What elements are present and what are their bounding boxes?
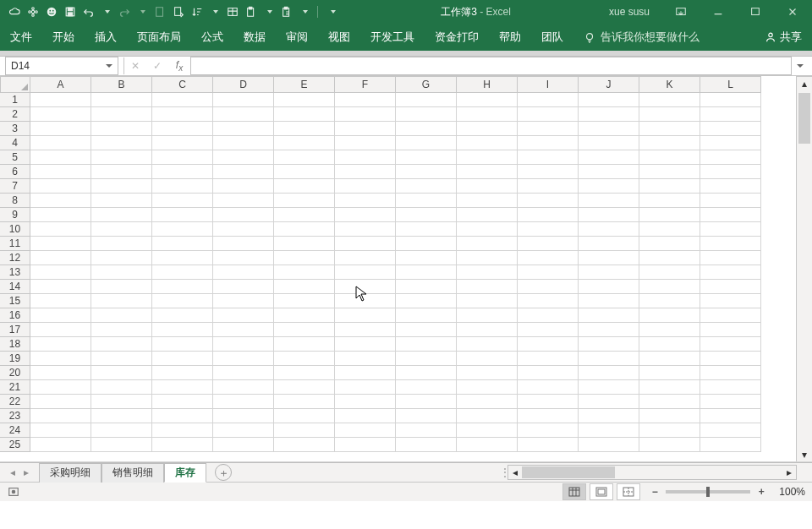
paste-icon[interactable] (244, 4, 259, 19)
row-header-2[interactable]: 2 (0, 107, 30, 122)
vertical-scroll-thumb[interactable] (798, 93, 810, 144)
cell[interactable] (91, 237, 152, 251)
cell[interactable] (213, 122, 274, 136)
tab-review[interactable]: 审阅 (286, 30, 308, 45)
cell[interactable] (152, 222, 213, 237)
row-header-14[interactable]: 14 (0, 280, 30, 294)
tab-home[interactable]: 开始 (52, 30, 74, 45)
cell[interactable] (30, 237, 91, 251)
cell[interactable] (579, 237, 639, 251)
cell[interactable] (639, 366, 700, 380)
cell[interactable] (579, 337, 639, 352)
cell[interactable] (518, 136, 579, 150)
cell[interactable] (639, 438, 700, 452)
cell[interactable] (396, 265, 457, 280)
row-header-1[interactable]: 1 (0, 93, 30, 107)
cell[interactable] (152, 323, 213, 337)
cell[interactable] (274, 409, 335, 423)
cell[interactable] (700, 107, 761, 122)
cell[interactable] (457, 438, 518, 452)
row-header-4[interactable]: 4 (0, 136, 30, 150)
row-header-20[interactable]: 20 (0, 366, 30, 380)
column-header-I[interactable]: I (518, 76, 579, 93)
cell[interactable] (274, 308, 335, 323)
cell[interactable] (335, 352, 396, 366)
cell[interactable] (152, 122, 213, 136)
cell[interactable] (30, 150, 91, 165)
cell[interactable] (396, 352, 457, 366)
column-header-F[interactable]: F (335, 76, 396, 93)
cell[interactable] (152, 380, 213, 395)
cell[interactable] (518, 194, 579, 208)
cell[interactable] (91, 308, 152, 323)
cell[interactable] (30, 438, 91, 452)
cell[interactable] (335, 366, 396, 380)
cell[interactable] (213, 337, 274, 352)
cell[interactable] (700, 280, 761, 294)
cell[interactable] (30, 179, 91, 194)
scroll-up-icon[interactable]: ▴ (797, 77, 812, 90)
cell[interactable] (335, 409, 396, 423)
cell[interactable] (396, 150, 457, 165)
zoom-slider[interactable] (666, 490, 750, 494)
cell[interactable] (518, 409, 579, 423)
cell[interactable] (518, 294, 579, 308)
cell[interactable] (213, 237, 274, 251)
cell[interactable] (30, 366, 91, 380)
column-header-K[interactable]: K (639, 76, 700, 93)
record-macro-icon[interactable] (7, 485, 20, 499)
cell[interactable] (91, 194, 152, 208)
cell[interactable] (152, 194, 213, 208)
cell[interactable] (579, 222, 639, 237)
row-header-23[interactable]: 23 (0, 409, 30, 423)
paste2-icon[interactable] (279, 4, 294, 19)
qat-flower-icon[interactable] (25, 4, 41, 19)
cell[interactable] (396, 308, 457, 323)
cell[interactable] (152, 308, 213, 323)
cell[interactable] (457, 237, 518, 251)
cell[interactable] (700, 251, 761, 265)
cell[interactable] (639, 237, 700, 251)
row-header-19[interactable]: 19 (0, 352, 30, 366)
cell[interactable] (579, 366, 639, 380)
share-button[interactable]: 共享 (765, 30, 802, 45)
cell[interactable] (579, 352, 639, 366)
paste2-dropdown-icon[interactable] (303, 10, 308, 14)
cell[interactable] (579, 93, 639, 107)
cell[interactable] (518, 107, 579, 122)
cell[interactable] (274, 337, 335, 352)
cell[interactable] (152, 251, 213, 265)
cell[interactable] (639, 194, 700, 208)
cell[interactable] (457, 194, 518, 208)
cell[interactable] (700, 194, 761, 208)
cell[interactable] (274, 107, 335, 122)
cell[interactable] (213, 308, 274, 323)
cell[interactable] (274, 165, 335, 179)
column-header-D[interactable]: D (213, 76, 274, 93)
cell[interactable] (700, 237, 761, 251)
cell[interactable] (700, 438, 761, 452)
cell[interactable] (335, 380, 396, 395)
formula-input[interactable] (190, 57, 792, 75)
name-box[interactable]: D14 (5, 57, 118, 75)
cell[interactable] (213, 280, 274, 294)
cell[interactable] (335, 194, 396, 208)
close-icon[interactable] (778, 4, 807, 19)
cell[interactable] (274, 237, 335, 251)
minimize-icon[interactable] (704, 4, 732, 19)
cell[interactable] (30, 122, 91, 136)
cell[interactable] (518, 165, 579, 179)
cell[interactable] (396, 107, 457, 122)
cell[interactable] (30, 294, 91, 308)
cell[interactable] (91, 395, 152, 409)
cell[interactable] (457, 294, 518, 308)
cell[interactable] (639, 280, 700, 294)
cell[interactable] (457, 380, 518, 395)
cell[interactable] (457, 352, 518, 366)
cells-area[interactable] (30, 93, 796, 461)
cell[interactable] (30, 251, 91, 265)
cell[interactable] (91, 107, 152, 122)
cell[interactable] (639, 179, 700, 194)
undo-icon[interactable] (81, 4, 96, 19)
column-header-A[interactable]: A (30, 76, 91, 93)
